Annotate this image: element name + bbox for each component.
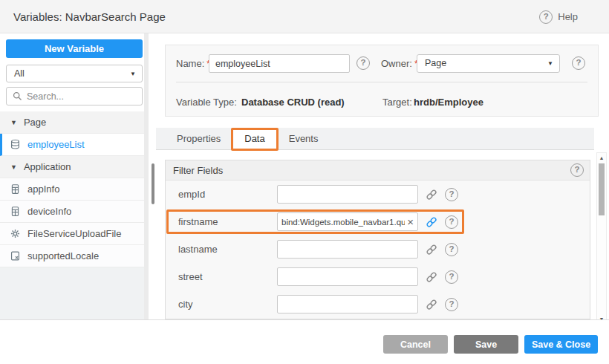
gear-icon [10, 228, 21, 239]
caret-down-icon: ▼ [10, 119, 17, 126]
tree-item-label: FileServiceUploadFile [27, 228, 121, 239]
save-button[interactable]: Save [454, 335, 518, 354]
owner-help-icon[interactable]: ? [572, 56, 585, 70]
filter-row-city: city ? [166, 290, 590, 318]
filter-fields-header: Filter Fields ? [166, 160, 590, 181]
help-label: Help [558, 11, 578, 22]
variable-type-label: Variable Type: [176, 91, 237, 114]
variables-sidebar: New Variable All ▼ ▼ Page employeeList [0, 33, 149, 319]
filter-row-street: street ? [166, 263, 590, 290]
street-field[interactable] [281, 273, 414, 282]
field-help-icon[interactable]: ? [445, 215, 458, 229]
field-label: empId [178, 189, 277, 200]
cancel-button[interactable]: Cancel [383, 335, 448, 354]
field-label: firstname [178, 216, 277, 227]
search-icon [13, 91, 22, 101]
owner-select[interactable]: Page ▼ [417, 54, 560, 73]
filter-fields-title: Filter Fields [173, 160, 223, 181]
variables-tree: ▼ Page employeeList ▼ Application appInf… [0, 111, 149, 267]
caret-down-icon: ▼ [10, 163, 17, 171]
filter-row-empid: empId ? [166, 181, 590, 208]
variable-type-row: Variable Type: Database CRUD (read) Targ… [166, 91, 598, 114]
field-help-icon[interactable]: ? [445, 270, 458, 284]
bind-link-icon[interactable] [425, 243, 438, 256]
name-help-icon[interactable]: ? [356, 56, 370, 70]
field-label: lastname [178, 244, 277, 255]
filter-fields-help-icon[interactable]: ? [570, 163, 584, 177]
filter-fields-rows: empId ? firstname [166, 181, 590, 318]
panel-divider [176, 82, 587, 82]
database-icon [10, 139, 21, 150]
sidebar-empty-area [0, 267, 149, 319]
tree-group-page[interactable]: ▼ Page [0, 111, 149, 134]
filter-select-value: All [14, 65, 25, 82]
sidebar-item-employeelist[interactable]: employeeList [0, 134, 149, 156]
content-scrollbar[interactable]: ▲ ▼ [596, 152, 607, 325]
lastname-field[interactable] [281, 245, 414, 254]
help-button[interactable]: ? Help [539, 0, 578, 33]
tree-group-label: Page [24, 117, 46, 128]
empid-input-box [277, 185, 418, 204]
variable-type-value: Database CRUD (read) [241, 91, 345, 114]
firstname-annotation-highlight: firstname × ? [166, 209, 464, 234]
device-info-icon [10, 206, 21, 217]
firstname-field[interactable] [281, 218, 405, 227]
field-label: street [178, 271, 277, 282]
sidebar-item-fileserviceuploadfile[interactable]: FileServiceUploadFile [0, 223, 149, 245]
sidebar-scrollbar-thumb[interactable] [152, 163, 154, 204]
clear-binding-icon[interactable]: × [407, 216, 414, 227]
new-variable-button[interactable]: New Variable [6, 39, 143, 58]
search-input[interactable] [27, 91, 136, 102]
target-label: Target: [382, 91, 412, 114]
chevron-down-icon: ▼ [547, 55, 553, 72]
tree-item-label: deviceInfo [27, 206, 71, 217]
content-scrollbar-thumb[interactable] [599, 163, 605, 215]
city-input-box [277, 295, 418, 313]
variable-search-box[interactable] [6, 87, 143, 105]
page-title: Variables: NavbarSearch Page [13, 0, 166, 33]
variables-dialog: Variables: NavbarSearch Page ? Help New … [0, 0, 609, 364]
tab-data[interactable]: Data [232, 128, 276, 150]
street-input-box [277, 267, 418, 286]
tab-properties[interactable]: Properties [165, 128, 232, 149]
tree-group-application[interactable]: ▼ Application [0, 156, 149, 178]
chevron-down-icon: ▼ [130, 65, 136, 82]
tree-item-label: appInfo [27, 183, 59, 195]
empid-field[interactable] [281, 190, 414, 199]
sidebar-item-deviceinfo[interactable]: deviceInfo [0, 201, 149, 223]
variable-name-field[interactable] [209, 54, 350, 73]
city-field[interactable] [281, 300, 414, 309]
tab-data-label: Data [244, 133, 264, 144]
name-label: Name:* [176, 54, 210, 73]
app-info-icon [10, 183, 21, 195]
field-label: city [178, 299, 277, 310]
bind-link-icon[interactable] [425, 270, 438, 284]
owner-label: Owner:* [381, 54, 418, 73]
tab-events[interactable]: Events [277, 128, 330, 149]
bind-link-icon[interactable] [425, 188, 438, 201]
sidebar-item-appinfo[interactable]: appInfo [0, 178, 149, 201]
sidebar-scrollbar-track[interactable] [144, 33, 149, 319]
tree-item-label: employeeList [27, 139, 85, 150]
locale-file-icon [10, 250, 21, 261]
question-circle-icon: ? [539, 10, 553, 24]
filter-row-firstname: firstname × ? [166, 208, 590, 235]
tree-group-label: Application [24, 161, 71, 172]
lastname-input-box [277, 240, 418, 259]
variable-detail-area: Name:* ? Owner:* Page ▼ ? Variable Type:… [156, 33, 609, 319]
scroll-up-icon[interactable]: ▲ [597, 155, 606, 160]
detail-tabs: Properties Data Events [156, 128, 594, 150]
bind-link-icon[interactable] [425, 298, 438, 311]
field-help-icon[interactable]: ? [445, 188, 458, 201]
title-bar: Variables: NavbarSearch Page ? Help [0, 0, 609, 33]
variable-filter-select[interactable]: All ▼ [6, 65, 143, 82]
firstname-input-box: × [277, 212, 418, 231]
field-help-icon[interactable]: ? [445, 243, 458, 256]
field-help-icon[interactable]: ? [445, 298, 458, 311]
filter-row-lastname: lastname ? [166, 235, 590, 263]
bind-link-icon-active[interactable] [425, 215, 438, 229]
target-value: hrdb/Employee [414, 91, 483, 114]
sidebar-item-supportedlocale[interactable]: supportedLocale [0, 245, 149, 267]
variable-info-panel: Name:* ? Owner:* Page ▼ ? Variable Type:… [165, 45, 599, 117]
save-close-button[interactable]: Save & Close [524, 335, 598, 354]
